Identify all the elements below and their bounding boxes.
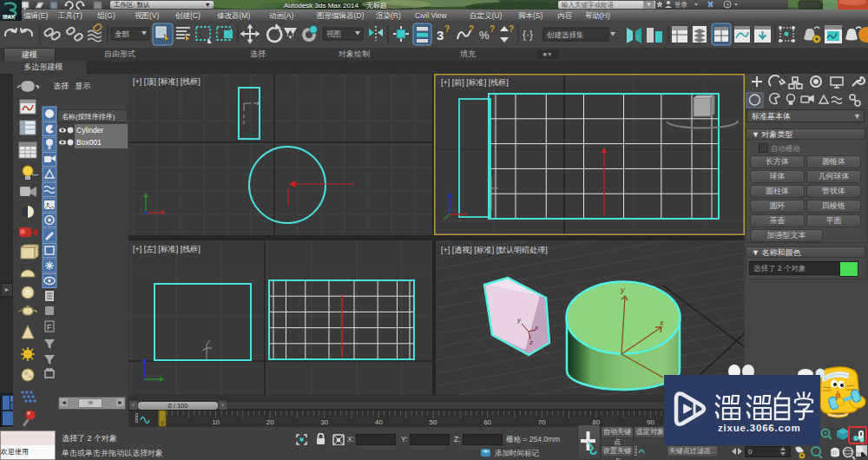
svg-text:[+] [左] [标准] [线框]: [+] [左] [标准] [线框] [133, 245, 201, 253]
svg-text:创建选择集: 创建选择集 [546, 30, 584, 39]
svg-text:?: ? [509, 24, 514, 34]
svg-text:60: 60 [483, 418, 491, 426]
svg-text:90: 90 [647, 418, 654, 426]
svg-text:40: 40 [375, 418, 383, 426]
svg-text:?: ? [490, 24, 495, 34]
svg-text:%: % [479, 29, 490, 42]
svg-text:全部: 全部 [115, 30, 129, 38]
svg-text:70: 70 [538, 418, 546, 426]
svg-text:?: ? [444, 24, 450, 34]
svg-text:30: 30 [320, 418, 328, 426]
svg-text:MAX: MAX [3, 14, 16, 20]
svg-text:[+] [前] [标准] [线框]: [+] [前] [标准] [线框] [441, 78, 509, 87]
svg-text:F: F [47, 323, 52, 332]
svg-text:zixue.3066.com: zixue.3066.com [718, 423, 801, 433]
svg-text:50: 50 [430, 418, 437, 426]
svg-text:20: 20 [266, 418, 274, 426]
svg-text:x: x [659, 319, 664, 327]
svg-text:3: 3 [437, 28, 444, 43]
svg-text:10: 10 [212, 418, 220, 426]
svg-text:z: z [529, 338, 533, 346]
svg-text:{·}: {·} [523, 29, 533, 41]
svg-text:登录: 登录 [674, 1, 688, 9]
svg-text:y: y [620, 286, 625, 294]
svg-text:视图: 视图 [326, 30, 341, 38]
svg-text:?: ? [469, 24, 474, 34]
svg-text:[+] [透视] [标准] [默认明暗处理]: [+] [透视] [标准] [默认明暗处理] [441, 246, 548, 254]
svg-text:[+] [顶] [标准] [线框]: [+] [顶] [标准] [线框] [133, 77, 201, 86]
